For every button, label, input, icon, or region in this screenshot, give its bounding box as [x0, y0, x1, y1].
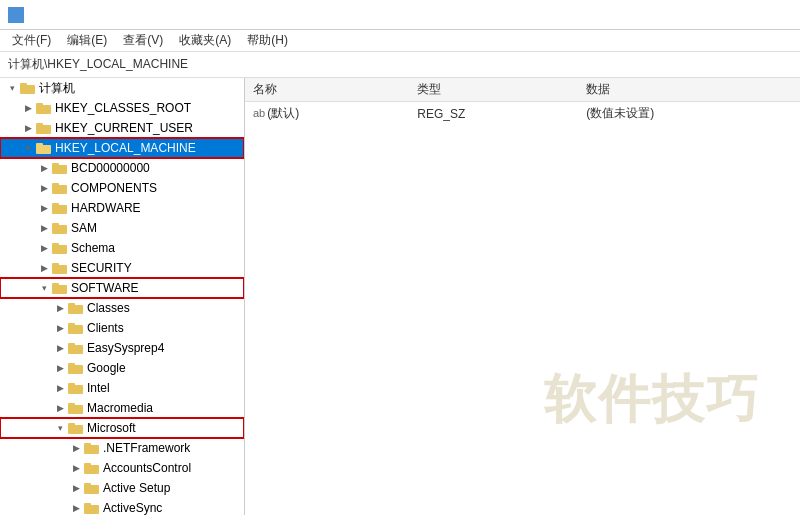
tree-item-software[interactable]: ▾ SOFTWARE: [0, 278, 244, 298]
tree-item-hardware[interactable]: ▶ HARDWARE: [0, 198, 244, 218]
tree-item-active-setup[interactable]: ▶ Active Setup: [0, 478, 244, 498]
tree-label-security: SECURITY: [71, 261, 132, 275]
svg-rect-21: [52, 243, 59, 246]
address-label: 计算机\HKEY_LOCAL_MACHINE: [8, 56, 188, 73]
tree-label-bcd: BCD00000000: [71, 161, 150, 175]
svg-rect-30: [68, 345, 83, 354]
menu-item[interactable]: 帮助(H): [239, 30, 296, 51]
svg-rect-2: [9, 16, 15, 22]
svg-rect-15: [52, 183, 59, 186]
folder-icon-sam: [52, 221, 68, 235]
minimize-button[interactable]: [650, 0, 696, 30]
svg-rect-46: [84, 505, 99, 514]
tree-item-microsoft[interactable]: ▾ Microsoft: [0, 418, 244, 438]
svg-rect-7: [36, 103, 43, 106]
expand-components: ▶: [36, 180, 52, 196]
svg-rect-42: [84, 465, 99, 474]
svg-rect-17: [52, 203, 59, 206]
expand-bcd: ▶: [36, 160, 52, 176]
svg-rect-32: [68, 365, 83, 374]
svg-rect-33: [68, 363, 75, 366]
svg-rect-28: [68, 325, 83, 334]
tree-item-schema[interactable]: ▶ Schema: [0, 238, 244, 258]
svg-rect-39: [68, 423, 75, 426]
folder-icon-software: [52, 281, 68, 295]
tree-item-macromedia[interactable]: ▶ Macromedia: [0, 398, 244, 418]
svg-rect-19: [52, 223, 59, 226]
titlebar: [0, 0, 800, 30]
tree-label-activesync: ActiveSync: [103, 501, 162, 515]
svg-rect-25: [52, 283, 59, 286]
expand-security: ▶: [36, 260, 52, 276]
main-area: ▾ 计算机 ▶ HKEY_CLASSES_ROOT ▶ HKEY_CURRENT…: [0, 78, 800, 515]
tree-item-clients[interactable]: ▶ Clients: [0, 318, 244, 338]
folder-icon-easysysprep4: [68, 341, 84, 355]
tree-item-hkcr[interactable]: ▶ HKEY_CLASSES_ROOT: [0, 98, 244, 118]
svg-rect-10: [36, 145, 51, 154]
folder-icon-accountscontrol: [84, 461, 100, 475]
svg-rect-3: [17, 16, 23, 22]
expand-hardware: ▶: [36, 200, 52, 216]
tree-item-netframework[interactable]: ▶ .NETFramework: [0, 438, 244, 458]
tree-label-microsoft: Microsoft: [87, 421, 136, 435]
folder-icon-bcd: [52, 161, 68, 175]
tree-item-bcd[interactable]: ▶ BCD00000000: [0, 158, 244, 178]
svg-rect-31: [68, 343, 75, 346]
svg-rect-26: [68, 305, 83, 314]
tree-item-components[interactable]: ▶ COMPONENTS: [0, 178, 244, 198]
tree-item-computer[interactable]: ▾ 计算机: [0, 78, 244, 98]
tree-label-schema: Schema: [71, 241, 115, 255]
menu-item[interactable]: 收藏夹(A): [171, 30, 239, 51]
svg-rect-9: [36, 123, 43, 126]
menu-item[interactable]: 编辑(E): [59, 30, 115, 51]
expand-classes: ▶: [52, 300, 68, 316]
svg-rect-24: [52, 285, 67, 294]
svg-rect-12: [52, 165, 67, 174]
folder-icon-hklm: [36, 141, 52, 155]
tree-item-google[interactable]: ▶ Google: [0, 358, 244, 378]
tree-item-activesync[interactable]: ▶ ActiveSync: [0, 498, 244, 515]
expand-hkcr: ▶: [20, 100, 36, 116]
svg-rect-5: [20, 83, 27, 86]
menu-item[interactable]: 查看(V): [115, 30, 171, 51]
svg-rect-36: [68, 405, 83, 414]
folder-icon-classes: [68, 301, 84, 315]
expand-hklm: ▾: [20, 140, 36, 156]
tree-label-hardware: HARDWARE: [71, 201, 141, 215]
expand-clients: ▶: [52, 320, 68, 336]
reg-data: (数值未设置): [578, 102, 800, 126]
svg-rect-43: [84, 463, 91, 466]
tree-item-easysysprep4[interactable]: ▶ EasySysprep4: [0, 338, 244, 358]
tree-label-active-setup: Active Setup: [103, 481, 170, 495]
tree-label-easysysprep4: EasySysprep4: [87, 341, 164, 355]
reg-type: REG_SZ: [409, 102, 578, 126]
tree-item-hkcu[interactable]: ▶ HKEY_CURRENT_USER: [0, 118, 244, 138]
tree-panel: ▾ 计算机 ▶ HKEY_CLASSES_ROOT ▶ HKEY_CURRENT…: [0, 78, 245, 515]
svg-rect-14: [52, 185, 67, 194]
tree-item-accountscontrol[interactable]: ▶ AccountsControl: [0, 458, 244, 478]
svg-rect-45: [84, 483, 91, 486]
tree-item-security[interactable]: ▶ SECURITY: [0, 258, 244, 278]
svg-rect-41: [84, 443, 91, 446]
svg-rect-29: [68, 323, 75, 326]
tree-item-classes[interactable]: ▶ Classes: [0, 298, 244, 318]
svg-rect-1: [17, 8, 23, 14]
table-row[interactable]: ab(默认) REG_SZ (数值未设置): [245, 102, 800, 126]
maximize-button[interactable]: [698, 0, 744, 30]
expand-intel: ▶: [52, 380, 68, 396]
expand-computer: ▾: [4, 80, 20, 96]
tree-item-sam[interactable]: ▶ SAM: [0, 218, 244, 238]
svg-rect-6: [36, 105, 51, 114]
tree-label-google: Google: [87, 361, 126, 375]
addressbar: 计算机\HKEY_LOCAL_MACHINE: [0, 52, 800, 78]
svg-rect-4: [20, 85, 35, 94]
tree-item-hklm[interactable]: ▾ HKEY_LOCAL_MACHINE: [0, 138, 244, 158]
tree-item-intel[interactable]: ▶ Intel: [0, 378, 244, 398]
tree-label-intel: Intel: [87, 381, 110, 395]
menu-item[interactable]: 文件(F): [4, 30, 59, 51]
tree-label-components: COMPONENTS: [71, 181, 157, 195]
tree-label-macromedia: Macromedia: [87, 401, 153, 415]
col-type: 类型: [409, 78, 578, 102]
close-button[interactable]: [746, 0, 792, 30]
folder-icon-microsoft: [68, 421, 84, 435]
